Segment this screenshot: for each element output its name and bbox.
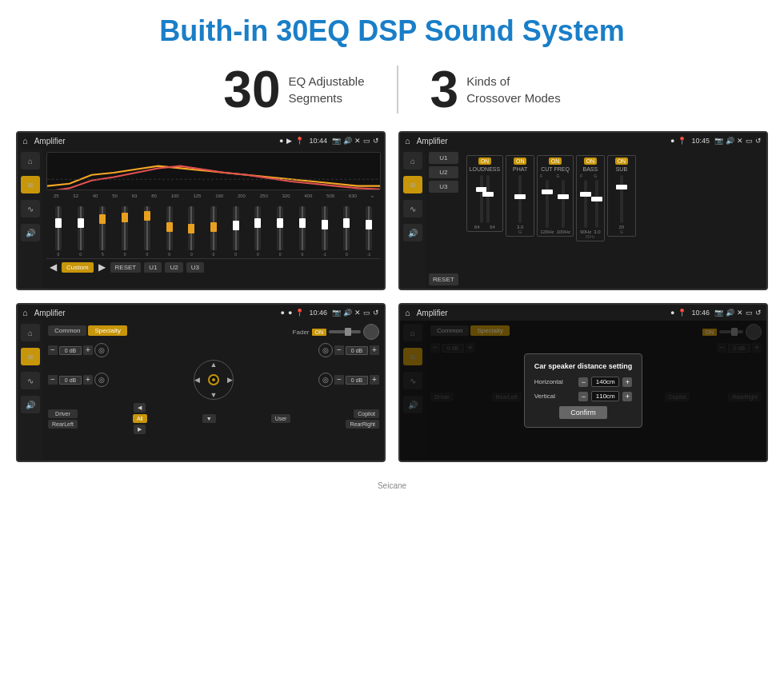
slider-track-8[interactable] [233, 206, 239, 250]
close-icon-3: ✕ [354, 309, 361, 317]
sidebar-home-btn-3[interactable]: ⌂ [21, 324, 40, 341]
joystick-down[interactable]: ▼ [210, 391, 218, 399]
u3-btn[interactable]: U3 [429, 181, 458, 193]
cutfreq-on-badge[interactable]: ON [549, 158, 562, 165]
copilot-btn[interactable]: Copilot [354, 409, 379, 418]
vol-tl-plus[interactable]: + [83, 345, 93, 355]
sidebar-eq-btn-1[interactable]: ≋ [21, 176, 40, 193]
loudness-slider-l[interactable] [480, 175, 483, 223]
user-btn[interactable]: User [271, 414, 291, 423]
vol-tr-minus[interactable]: − [334, 345, 344, 355]
u2-btn[interactable]: U2 [429, 166, 458, 178]
slider-track-9[interactable] [254, 206, 261, 250]
horizontal-minus-btn[interactable]: − [578, 377, 588, 387]
dialog-title: Car speaker distance setting [534, 362, 633, 370]
slider-val-1: 0 [79, 252, 82, 257]
slider-track-10[interactable] [277, 206, 283, 250]
slider-track-5[interactable] [166, 206, 173, 250]
eq-slider-7: 0 [203, 206, 224, 257]
fader-slider-3[interactable] [329, 330, 361, 333]
eq-next-btn[interactable]: ▶ [97, 261, 107, 273]
arrow-down-btn[interactable]: ▼ [202, 414, 216, 423]
home-icon-1[interactable]: ⌂ [22, 136, 28, 146]
stat-crossover-number: 3 [430, 64, 459, 115]
tab-common-3[interactable]: Common [48, 325, 86, 336]
cutfreq-slider-g[interactable] [562, 180, 565, 228]
record-icon-2: ● [670, 137, 674, 145]
sidebar-home-btn-1[interactable]: ⌂ [21, 152, 40, 170]
eq-u1-btn[interactable]: U1 [144, 262, 162, 273]
vol-bl-minus[interactable]: − [48, 375, 58, 385]
driver-btn[interactable]: Driver [48, 409, 78, 418]
bass-slider-g[interactable] [595, 180, 598, 228]
slider-track-11[interactable] [299, 206, 306, 250]
bass-on-badge[interactable]: ON [584, 158, 598, 165]
sub-slider[interactable] [620, 175, 623, 223]
crossover-reset-btn[interactable]: RESET [429, 273, 458, 285]
slider-track-14[interactable] [366, 206, 372, 250]
vertical-plus-btn[interactable]: + [622, 392, 632, 401]
rear-right-btn[interactable]: RearRight [346, 420, 379, 429]
fader-on-badge-3[interactable]: ON [312, 329, 327, 336]
home-icon-3[interactable]: ⌂ [22, 308, 28, 317]
slider-track-2[interactable] [99, 206, 106, 250]
confirm-btn[interactable]: Confirm [559, 406, 607, 419]
vol-br-minus[interactable]: − [334, 375, 344, 385]
sidebar-vol-btn-2[interactable]: 🔊 [403, 224, 422, 241]
slider-track-1[interactable] [78, 206, 84, 250]
sidebar-wave-btn-2[interactable]: ∿ [403, 200, 422, 217]
u1-btn[interactable]: U1 [429, 152, 458, 164]
vol-tr-plus[interactable]: + [370, 345, 379, 355]
loudness-on-badge[interactable]: ON [478, 158, 492, 165]
vol-tl-minus[interactable]: − [48, 345, 58, 355]
phat-on-badge[interactable]: ON [514, 158, 527, 165]
slider-track-0[interactable] [55, 206, 62, 250]
home-icon-4[interactable]: ⌂ [405, 308, 410, 317]
horizontal-plus-btn[interactable]: + [622, 377, 632, 387]
vol-br-plus[interactable]: + [370, 375, 379, 385]
sidebar-wave-btn-1[interactable]: ∿ [21, 200, 40, 217]
sidebar-eq-btn-2[interactable]: ≋ [403, 176, 422, 193]
joystick-right[interactable]: ▶ [227, 376, 233, 384]
slider-track-4[interactable] [144, 206, 150, 250]
sidebar-vol-btn-3[interactable]: 🔊 [21, 396, 40, 413]
sidebar-vol-btn-1[interactable]: 🔊 [21, 224, 40, 241]
eq-slider-14: -1 [358, 206, 379, 257]
close-icon-1: ✕ [354, 137, 361, 145]
all-btn[interactable]: All [133, 414, 147, 423]
slider-track-6[interactable] [188, 206, 194, 250]
cutfreq-slider-f[interactable] [546, 180, 549, 228]
eq-u2-btn[interactable]: U2 [165, 262, 182, 273]
joystick-up[interactable]: ▲ [210, 361, 218, 369]
slider-track-13[interactable] [343, 206, 350, 250]
sidebar-home-btn-2[interactable]: ⌂ [403, 152, 422, 170]
home-icon-2[interactable]: ⌂ [405, 136, 410, 146]
eq-prev-btn[interactable]: ◀ [48, 261, 58, 273]
dialog-horizontal-row: Horizontal − 140cm + [534, 377, 633, 387]
volume-icon-2: 🔊 [726, 137, 734, 145]
vol-bl-plus[interactable]: + [83, 375, 93, 385]
eq-custom-btn[interactable]: Custom [62, 262, 94, 273]
loudness-slider-r[interactable] [486, 175, 490, 223]
close-icon-4: ✕ [737, 309, 743, 317]
slider-track-7[interactable] [210, 206, 217, 250]
eq-u3-btn[interactable]: U3 [186, 262, 204, 273]
rear-left-btn[interactable]: RearLeft [48, 420, 78, 429]
sidebar-wave-btn-3[interactable]: ∿ [21, 372, 40, 389]
slider-track-3[interactable] [122, 206, 128, 250]
phat-slider[interactable] [518, 175, 522, 223]
tab-specialty-3[interactable]: Specialty [88, 325, 126, 336]
joystick-left[interactable]: ◀ [194, 376, 200, 384]
slider-track-12[interactable] [322, 206, 328, 250]
arrow-left-btn[interactable]: ◀ [134, 403, 146, 413]
eq-slider-8: 0 [226, 206, 246, 257]
sidebar-eq-btn-3[interactable]: ≋ [21, 348, 40, 365]
eq-reset-btn[interactable]: RESET [110, 262, 142, 273]
sub-on-badge[interactable]: ON [615, 158, 629, 165]
section-phat: ON PHAT 3.0 G [506, 155, 534, 237]
dialog-overlay: Car speaker distance setting Horizontal … [400, 321, 766, 461]
vertical-minus-btn[interactable]: − [578, 392, 588, 401]
bass-slider-f[interactable] [584, 180, 587, 228]
joystick[interactable]: ▲ ▼ ◀ ▶ [194, 360, 234, 400]
arrow-right-btn[interactable]: ▶ [134, 425, 146, 434]
